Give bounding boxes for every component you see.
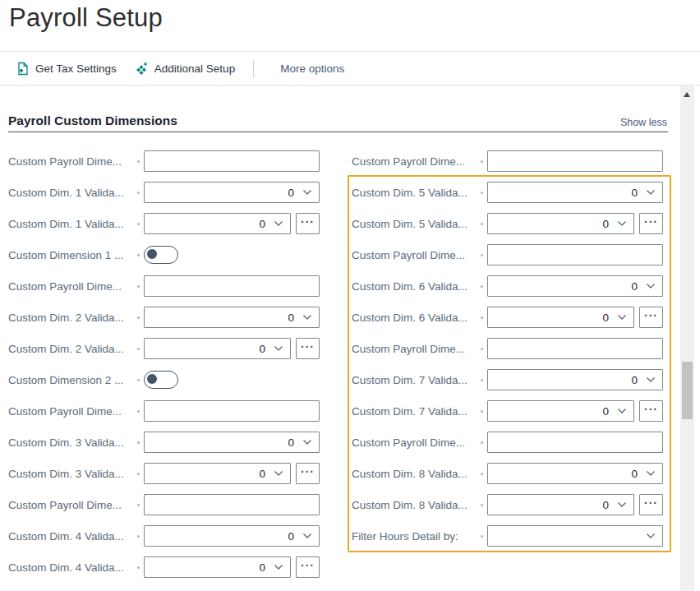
dropdown-field[interactable]: 0	[487, 400, 634, 422]
field-label-cell: Custom Dim. 3 Valida...	[8, 436, 144, 449]
chevron-down-icon	[617, 501, 627, 508]
dropdown-field[interactable]: 0	[144, 525, 320, 547]
label-leader-dot	[137, 160, 140, 163]
dropdown-value: 0	[495, 468, 638, 480]
dropdown-value: 0	[151, 312, 294, 324]
assist-edit-button[interactable]: ···	[639, 307, 663, 328]
chevron-down-icon	[302, 439, 312, 446]
dropdown-field[interactable]: 0	[487, 213, 634, 234]
field-label: Custom Dim. 6 Valida...	[352, 280, 467, 293]
field-label-cell: Custom Dim. 8 Valida...	[352, 468, 487, 480]
label-leader-dot	[137, 566, 140, 569]
toggle-knob	[147, 249, 157, 259]
label-leader-dot	[481, 192, 483, 194]
field-label: Custom Dim. 3 Valida...	[8, 468, 124, 480]
label-leader-dot	[137, 223, 140, 225]
field-label: Custom Dim. 3 Valida...	[8, 436, 124, 449]
form-row: Custom Dim. 4 Valida...0···	[8, 556, 320, 578]
field-label-cell: Custom Payroll Dime...	[352, 436, 487, 449]
toolbar-divider	[0, 85, 700, 85]
dropdown-field[interactable]: 0	[144, 213, 291, 234]
text-input[interactable]	[144, 150, 320, 172]
label-leader-dot	[481, 254, 483, 256]
text-input[interactable]	[487, 244, 663, 265]
form-row: Custom Dim. 8 Valida...0···	[352, 494, 663, 515]
field-label: Custom Payroll Dime...	[352, 343, 465, 355]
toggle-switch[interactable]	[144, 246, 178, 264]
text-input[interactable]	[487, 338, 663, 359]
dropdown-field[interactable]: 0	[144, 338, 291, 359]
field-label-cell: Custom Dim. 5 Valida...	[352, 187, 487, 199]
dropdown-field[interactable]: 0	[487, 369, 663, 390]
form-row: Custom Dim. 3 Valida...0···	[8, 463, 320, 484]
field-label: Custom Dim. 2 Valida...	[8, 312, 124, 324]
get-tax-settings-label: Get Tax Settings	[35, 62, 117, 75]
dropdown-field[interactable]: 0	[487, 275, 663, 297]
dropdown-field[interactable]: 0	[144, 307, 320, 328]
additional-setup-button[interactable]: Additional Setup	[135, 62, 235, 76]
dropdown-field[interactable]: 0	[487, 182, 663, 203]
chevron-down-icon	[646, 189, 656, 196]
form-row: Custom Payroll Dime...	[8, 494, 320, 515]
chevron-down-icon	[274, 345, 283, 352]
field-label: Custom Payroll Dime...	[8, 155, 122, 168]
section-title: Payroll Custom Dimensions	[8, 113, 177, 128]
label-leader-dot	[137, 192, 140, 194]
dropdown-field[interactable]: 0	[144, 432, 320, 453]
field-label-cell: Custom Dim. 2 Valida...	[8, 343, 144, 355]
field-control	[144, 275, 320, 297]
dropdown-value: 0	[495, 499, 609, 511]
chevron-down-icon	[617, 220, 627, 227]
field-label-cell: Custom Dimension 1 ...	[8, 249, 144, 261]
dropdown-field[interactable]	[487, 525, 663, 547]
text-input[interactable]	[144, 494, 320, 515]
field-label: Custom Dim. 7 Valida...	[352, 405, 467, 418]
field-label: Custom Dim. 8 Valida...	[352, 468, 467, 480]
field-control: 0	[144, 525, 320, 547]
section-underline	[8, 132, 668, 132]
assist-edit-button[interactable]: ···	[296, 463, 320, 484]
field-label-cell: Custom Dim. 5 Valida...	[352, 218, 487, 230]
field-control: 0	[144, 182, 320, 203]
dropdown-field[interactable]: 0	[144, 556, 291, 578]
field-label: Custom Dim. 6 Valida...	[352, 312, 467, 324]
dropdown-field[interactable]: 0	[487, 463, 663, 484]
form-row: Custom Payroll Dime...	[8, 400, 320, 422]
chevron-down-icon	[646, 376, 656, 383]
text-input[interactable]	[144, 275, 320, 297]
field-control: 0	[487, 369, 663, 390]
assist-edit-button[interactable]: ···	[639, 494, 663, 515]
label-leader-dot	[137, 441, 140, 444]
get-tax-settings-button[interactable]: Get Tax Settings	[16, 62, 117, 76]
vertical-scrollbar[interactable]	[680, 85, 694, 591]
field-control	[487, 338, 663, 359]
field-control	[144, 246, 320, 264]
text-input[interactable]	[487, 150, 663, 172]
field-control: 0···	[144, 213, 320, 234]
label-leader-dot	[481, 223, 483, 225]
assist-edit-button[interactable]: ···	[296, 338, 320, 359]
show-less-link[interactable]: Show less	[620, 117, 667, 128]
field-control	[487, 244, 663, 265]
dropdown-field[interactable]: 0	[144, 463, 291, 484]
text-input[interactable]	[487, 432, 663, 453]
dropdown-field[interactable]: 0	[144, 182, 320, 203]
field-label-cell: Custom Dim. 4 Valida...	[8, 530, 144, 543]
form-row: Custom Dim. 7 Valida...0	[352, 369, 663, 390]
assist-edit-button[interactable]: ···	[639, 213, 663, 234]
text-input[interactable]	[144, 400, 320, 422]
form-row: Custom Dim. 6 Valida...0	[352, 275, 663, 297]
field-control: 0···	[144, 556, 320, 578]
assist-edit-button[interactable]: ···	[296, 213, 320, 234]
dropdown-field[interactable]: 0	[487, 307, 634, 328]
dropdown-field[interactable]: 0	[487, 494, 634, 515]
assist-edit-button[interactable]: ···	[639, 400, 663, 422]
assist-edit-button[interactable]: ···	[296, 556, 320, 578]
toggle-knob	[147, 374, 157, 384]
scrollbar-up-arrow-icon[interactable]	[684, 92, 690, 97]
toggle-switch[interactable]	[144, 371, 178, 389]
scrollbar-thumb[interactable]	[682, 362, 693, 419]
more-options-button[interactable]: More options	[280, 62, 344, 75]
chevron-down-icon	[302, 189, 312, 196]
field-label-cell: Custom Payroll Dime...	[352, 343, 487, 355]
